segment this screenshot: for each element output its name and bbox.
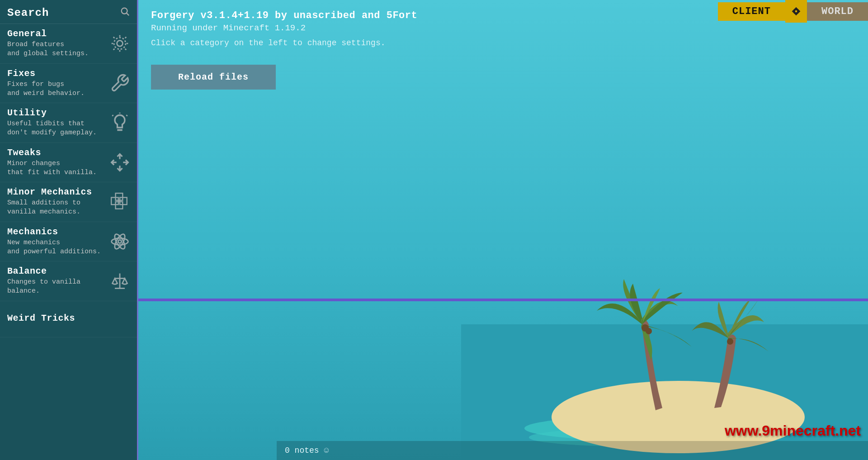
svg-rect-15 [116,193,123,200]
svg-rect-14 [120,198,127,205]
sidebar-item-minor-mechanics[interactable]: Minor Mechanics Small additions tovanill… [0,182,137,222]
sidebar-item-minor-mechanics-desc: Small additions tovanilla mechanics. [7,199,108,217]
sidebar-item-minor-mechanics-title: Minor Mechanics [7,187,108,197]
sidebar-item-utility[interactable]: Utility Useful tidbits thatdon't modify … [0,103,137,143]
svg-point-31 [727,338,733,345]
sidebar-item-general-desc: Broad featuresand global settings. [7,40,108,59]
svg-line-1 [127,13,129,15]
svg-point-17 [112,238,128,245]
horizon-line [138,299,868,301]
sidebar-item-utility-title: Utility [7,108,108,118]
sidebar-item-mechanics-title: Mechanics [7,227,108,237]
svg-line-7 [127,115,127,116]
bottom-bar: 0 notes ☺ [277,441,868,460]
wrench-icon [108,73,132,93]
sidebar-item-mechanics[interactable]: Mechanics New mechanicsand powerful addi… [0,222,137,262]
sidebar-search[interactable]: Search [0,0,137,24]
svg-rect-12 [111,198,118,205]
client-button[interactable]: CLIENT [718,2,785,21]
sidebar-item-fixes-desc: Fixes for bugsand weird behavior. [7,80,108,99]
content-subtitle: Running under Minecraft 1.19.2 [151,23,855,33]
sidebar-item-balance-title: Balance [7,266,108,276]
sidebar-item-fixes[interactable]: Fixes Fixes for bugsand weird behavior. [0,64,137,104]
sidebar-item-weird-tricks-title: Weird Tricks [7,313,108,323]
arrows-icon [108,152,132,172]
sidebar-item-utility-desc: Useful tidbits thatdon't modify gameplay… [7,119,108,138]
scale-icon [108,271,132,291]
world-button[interactable]: WORLD [807,2,868,21]
svg-rect-13 [116,202,123,209]
reload-button[interactable]: Reload files [151,65,276,90]
sidebar-item-balance-desc: Changes to vanillabalance. [7,278,108,296]
content-instruction: Click a category on the left to change s… [151,38,855,47]
notes-text: 0 notes ☺ [285,446,329,455]
svg-point-2 [117,41,123,47]
sidebar-item-mechanics-desc: New mechanicsand powerful additions. [7,238,108,257]
top-bar: CLIENT WORLD [718,0,868,23]
svg-point-0 [122,8,127,14]
sidebar-item-tweaks[interactable]: Tweaks Minor changesthat fit with vanill… [0,143,137,183]
gear-icon [108,33,132,53]
search-icon[interactable] [120,6,130,19]
search-label: Search [7,7,120,19]
svg-point-16 [118,240,121,243]
watermark: www.9minecraft.net [725,422,861,439]
sidebar-item-general-title: General [7,28,108,39]
sidebar-item-general[interactable]: General Broad featuresand global setting… [0,24,137,64]
sidebar-item-tweaks-title: Tweaks [7,147,108,158]
atom-icon [108,232,132,251]
lightbulb-icon [108,113,132,133]
sidebar-item-balance[interactable]: Balance Changes to vanillabalance. [0,261,137,301]
sidebar: Search General Broad featuresand global … [0,0,138,460]
sidebar-item-fixes-title: Fixes [7,68,108,79]
switch-arrow-icon [785,0,807,23]
svg-line-6 [113,115,113,116]
svg-point-30 [646,328,652,334]
sidebar-item-weird-tricks[interactable]: Weird Tricks [0,301,137,337]
content-area: CLIENT WORLD Forgery v3.1.4+1.19 by unas… [138,0,868,460]
svg-point-3 [114,38,126,49]
svg-rect-24 [794,10,797,13]
sidebar-item-tweaks-desc: Minor changesthat fit with vanilla. [7,159,108,178]
cubes-icon [108,192,132,212]
